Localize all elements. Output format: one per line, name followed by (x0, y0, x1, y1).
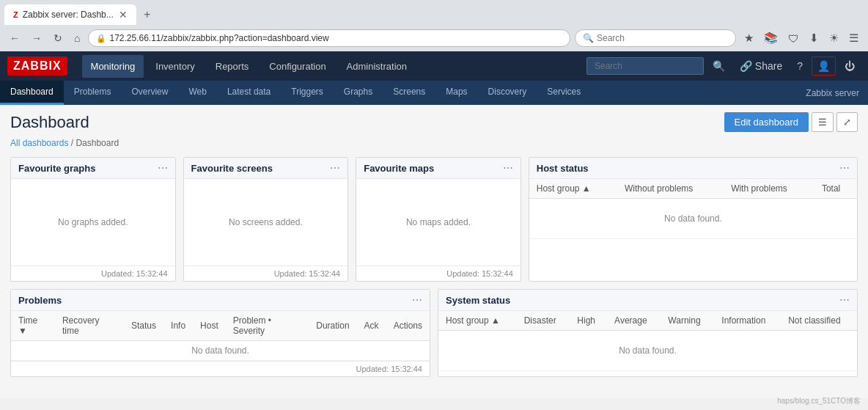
home-button[interactable]: ⌂ (70, 30, 84, 46)
favourite-graphs-footer: Updated: 15:32:44 (11, 266, 175, 281)
problems-widget: Problems ⋯ Time ▼ Recovery time Status I… (10, 289, 430, 377)
new-tab-button[interactable]: + (139, 7, 155, 23)
problems-col-status: Status (124, 311, 163, 341)
host-status-table: Host group ▲ Without problems With probl… (529, 179, 857, 239)
breadcrumb: All dashboards / Dashboard (10, 138, 858, 148)
share-button[interactable]: 🔗 Share (734, 56, 788, 76)
problems-col-host: Host (193, 311, 226, 341)
subnav-screens[interactable]: Screens (383, 81, 435, 105)
dashboard-fullscreen-button[interactable]: ⤢ (836, 112, 858, 132)
host-status-col-with: With problems (724, 179, 814, 199)
problems-col-info: Info (163, 311, 193, 341)
help-button[interactable]: ? (791, 56, 809, 76)
host-status-col-without: Without problems (617, 179, 724, 199)
system-status-col-warning: Warning (661, 311, 714, 331)
watermark: haps/blog.cs_51CTO博客 (777, 396, 861, 398)
top-widget-row: Favourite graphs ⋯ No graphs added. Upda… (10, 157, 858, 282)
host-status-no-data-row: No data found. (529, 199, 857, 239)
subnav-triggers[interactable]: Triggers (281, 81, 334, 105)
host-status-menu-button[interactable]: ⋯ (839, 162, 850, 174)
page-title: Dashboard (10, 113, 89, 132)
problems-col-ack: Ack (357, 311, 386, 341)
bottom-left-section: Problems ⋯ Time ▼ Recovery time Status I… (10, 289, 430, 384)
breadcrumb-all-dashboards[interactable]: All dashboards (10, 138, 68, 148)
favourite-screens-widget: Favourite screens ⋯ No screens added. Up… (183, 157, 349, 282)
favourite-screens-no-data: No screens added. (229, 217, 303, 227)
host-status-col-group[interactable]: Host group ▲ (529, 179, 617, 199)
tab-favicon: Z (13, 10, 18, 19)
dashboard-list-view-button[interactable]: ☰ (812, 112, 834, 132)
browser-search-container: 🔍 (575, 29, 736, 47)
favourite-maps-widget: Favourite maps ⋯ No maps added. Updated:… (356, 157, 521, 282)
subnav-problems[interactable]: Problems (64, 81, 122, 105)
system-status-col-average: Average (607, 311, 661, 331)
system-status-table: Host group ▲ Disaster High Average Warni… (438, 311, 857, 371)
favourite-maps-footer: Updated: 15:32:44 (356, 266, 521, 281)
shield-button[interactable]: 🛡 (784, 30, 803, 47)
favourite-graphs-widget: Favourite graphs ⋯ No graphs added. Upda… (10, 157, 176, 282)
logout-button[interactable]: ⏻ (839, 56, 861, 76)
extensions-button[interactable]: ☀ (825, 29, 842, 47)
favourite-graphs-menu-button[interactable]: ⋯ (158, 162, 168, 174)
system-status-col-information: Information (714, 311, 781, 331)
edit-dashboard-button[interactable]: Edit dashboard (724, 112, 809, 132)
host-status-header: Host status ⋯ (529, 158, 857, 179)
favourite-screens-footer: Updated: 15:32:44 (184, 266, 348, 281)
browser-menu-button[interactable]: ☰ (845, 29, 862, 47)
problems-menu-button[interactable]: ⋯ (412, 294, 422, 306)
system-status-menu-button[interactable]: ⋯ (839, 294, 850, 306)
nav-administration[interactable]: Administration (338, 55, 416, 78)
main-nav-bar: Monitoring Inventory Reports Configurati… (82, 55, 586, 78)
subnav-web[interactable]: Web (178, 81, 216, 105)
host-status-title: Host status (537, 163, 589, 174)
bookmark-star-button[interactable]: ★ (740, 29, 757, 47)
favourite-maps-menu-button[interactable]: ⋯ (503, 162, 513, 174)
problems-header: Problems ⋯ (11, 290, 430, 311)
problems-title: Problems (18, 295, 62, 306)
favourite-maps-body: No maps added. (356, 179, 521, 266)
forward-button[interactable]: → (28, 30, 45, 46)
system-status-header: System status ⋯ (438, 290, 857, 311)
subnav-services[interactable]: Services (537, 81, 591, 105)
subnav-graphs[interactable]: Graphs (334, 81, 383, 105)
nav-reports[interactable]: Reports (207, 55, 258, 78)
subnav-discovery[interactable]: Discovery (478, 81, 537, 105)
address-lock-icon: 🔒 (96, 34, 106, 43)
system-status-col-not-classified: Not classified (781, 311, 857, 331)
browser-search-input[interactable] (597, 33, 728, 43)
tab-close-btn[interactable]: ✕ (119, 9, 128, 21)
favourite-graphs-header: Favourite graphs ⋯ (11, 158, 175, 179)
bottom-widget-row: Problems ⋯ Time ▼ Recovery time Status I… (10, 289, 858, 384)
app-search-button[interactable]: 🔍 (707, 56, 731, 76)
nav-monitoring[interactable]: Monitoring (82, 55, 144, 78)
system-status-col-disaster: Disaster (517, 311, 570, 331)
problems-col-duration: Duration (309, 311, 356, 341)
problems-col-problem: Problem • Severity (226, 311, 309, 341)
profile-button[interactable]: 👤 (812, 56, 836, 76)
favourite-maps-title: Favourite maps (364, 163, 434, 174)
page-header-actions: Edit dashboard ☰ ⤢ (724, 112, 858, 132)
nav-inventory[interactable]: Inventory (147, 55, 203, 78)
reload-button[interactable]: ↻ (50, 30, 66, 46)
subnav-latest-data[interactable]: Latest data (217, 81, 281, 105)
subnav-maps[interactable]: Maps (435, 81, 477, 105)
problems-col-time[interactable]: Time ▼ (11, 311, 55, 341)
nav-configuration[interactable]: Configuration (260, 55, 334, 78)
subnav-overview[interactable]: Overview (121, 81, 178, 105)
favourite-screens-body: No screens added. (184, 179, 348, 266)
favourite-maps-header: Favourite maps ⋯ (356, 158, 521, 179)
favourite-graphs-body: No graphs added. (11, 179, 175, 266)
host-status-no-data-cell: No data found. (529, 199, 857, 239)
bookmarks-button[interactable]: 📚 (760, 29, 781, 47)
back-button[interactable]: ← (6, 30, 23, 46)
active-tab[interactable]: Z Zabbix server: Dashb... ✕ (4, 4, 136, 25)
host-status-body: Host group ▲ Without problems With probl… (529, 179, 857, 281)
favourite-screens-menu-button[interactable]: ⋯ (330, 162, 340, 174)
page-header: Dashboard Edit dashboard ☰ ⤢ (10, 112, 858, 132)
app-search-input[interactable] (586, 57, 704, 75)
system-status-no-data-row: No data found. (438, 331, 857, 371)
download-button[interactable]: ⬇ (806, 29, 823, 47)
address-input[interactable] (109, 33, 562, 43)
system-status-col-group[interactable]: Host group ▲ (438, 311, 517, 331)
subnav-dashboard[interactable]: Dashboard (0, 81, 64, 105)
